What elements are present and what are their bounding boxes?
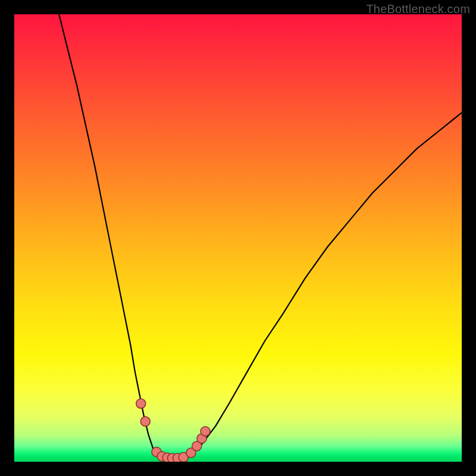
curve-right-branch bbox=[184, 112, 462, 457]
data-marker bbox=[136, 399, 146, 408]
watermark-text: TheBottleneck.com bbox=[366, 2, 470, 16]
data-marker bbox=[140, 416, 150, 426]
chart-frame bbox=[14, 14, 462, 462]
bottleneck-curve bbox=[14, 14, 462, 462]
curve-left-branch bbox=[59, 14, 162, 458]
data-marker bbox=[201, 427, 210, 436]
